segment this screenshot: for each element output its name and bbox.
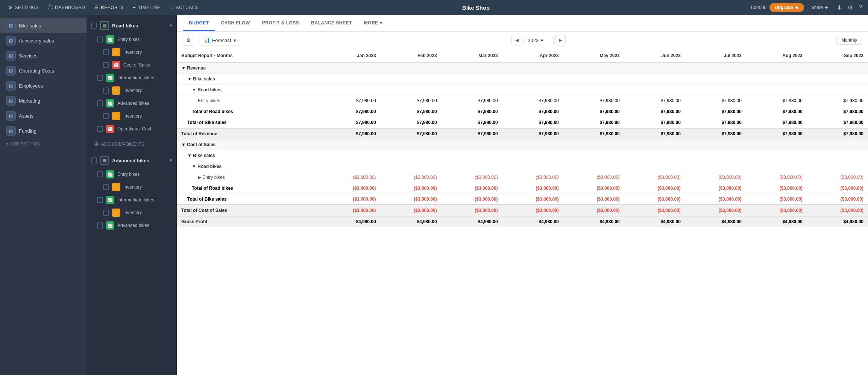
upgrade-button[interactable]: Upgrade ★ bbox=[769, 3, 804, 12]
middle-item-entry-bikes-2[interactable]: 📈 Entry bikes bbox=[86, 168, 176, 181]
sidebar-item-employees[interactable]: ▤ Employees bbox=[0, 78, 86, 93]
table-cell-value bbox=[381, 150, 442, 161]
table-cell-value: $4,980.00 bbox=[320, 216, 381, 227]
table-row: Total of Road bikes($3,000.00)($3,000.00… bbox=[177, 183, 868, 194]
help-button[interactable]: ? bbox=[857, 3, 863, 12]
table-cell-value: ($3,000.00) bbox=[746, 205, 807, 216]
table-cell-value: $7,980.00 bbox=[807, 117, 868, 129]
middle-item-inventory-2[interactable]: ⚙ Inventory bbox=[86, 84, 176, 97]
middle-item-operational-cost[interactable]: 📉 Operational Cost bbox=[86, 122, 176, 135]
table-row: Total of Revenue$7,980.00$7,980.00$7,980… bbox=[177, 128, 868, 139]
table-cell-value bbox=[685, 150, 746, 161]
table-cell-value bbox=[746, 85, 807, 95]
inventory-1-checkbox[interactable] bbox=[103, 49, 109, 55]
table-cell-label: ▼ Cost of Sales bbox=[177, 139, 320, 150]
intermediate-bikes-checkbox[interactable] bbox=[97, 75, 103, 81]
entry-bikes-1-icon: 📈 bbox=[106, 35, 114, 44]
tab-profit-loss[interactable]: PROFIT & LOSS bbox=[256, 16, 305, 31]
table-row: ▼ Revenue bbox=[177, 62, 868, 74]
middle-item-intermediate-bikes[interactable]: 📈 Intermediate bikes bbox=[86, 71, 176, 84]
toolbar-settings-button[interactable]: ⚙ bbox=[183, 35, 194, 46]
middle-item-intermediate-bikes-2[interactable]: 📈 Intermediate bikes bbox=[86, 194, 176, 206]
middle-item-inventory-5[interactable]: ⚙ Inventory bbox=[86, 206, 176, 219]
sidebar-item-services[interactable]: ▤ Services bbox=[0, 48, 86, 63]
table-cell-value bbox=[746, 74, 807, 85]
sidebar-item-operating-costs[interactable]: ▤ Operating Costs bbox=[0, 63, 86, 78]
table-cell-value: ($3,000.00) bbox=[381, 183, 442, 194]
period-button[interactable]: Monthly bbox=[836, 36, 862, 45]
operational-cost-checkbox[interactable] bbox=[97, 126, 103, 132]
nav-item-actuals[interactable]: ☐ ACTUALS bbox=[165, 3, 202, 12]
inventory-2-checkbox[interactable] bbox=[103, 88, 109, 94]
forecast-dropdown[interactable]: 📊 Forecast ▾ bbox=[199, 35, 241, 45]
section-road-bikes: ▤ Road bikes ▾ bbox=[86, 18, 176, 33]
nav-item-timeline[interactable]: ━ TIMELINE bbox=[129, 3, 164, 12]
inventory-3-checkbox[interactable] bbox=[103, 113, 109, 119]
col-header-feb: Feb 2023 bbox=[381, 49, 442, 62]
budget-table: Budget Report - Months Jan 2023 Feb 2023… bbox=[177, 49, 868, 227]
share-button[interactable]: Share ✚ bbox=[807, 3, 832, 12]
year-prev-button[interactable]: ◀ bbox=[511, 35, 522, 45]
sidebar-item-bike-sales[interactable]: ▤ Bike sales bbox=[0, 18, 86, 33]
table-cell-value bbox=[624, 161, 685, 172]
middle-item-inventory-3[interactable]: ⚙ Inventory bbox=[86, 110, 176, 122]
table-cell-value: $7,980.00 bbox=[442, 106, 502, 117]
table-cell-value bbox=[746, 62, 807, 74]
table-cell-value bbox=[807, 139, 868, 150]
table-cell-label: ▼ Bike sales bbox=[177, 150, 320, 161]
middle-item-advanced-bikes-2[interactable]: 📈 Advanced bikes bbox=[86, 219, 176, 232]
col-header-label: Budget Report - Months bbox=[177, 49, 320, 62]
inventory-1-icon: ⚙ bbox=[112, 48, 120, 56]
cost-of-sales-1-checkbox[interactable] bbox=[103, 62, 109, 68]
road-bikes-section-icon: ▤ bbox=[100, 21, 109, 30]
road-bikes-checkbox[interactable] bbox=[91, 23, 97, 29]
add-section-button[interactable]: + ADD SECTION bbox=[0, 138, 86, 150]
table-cell-value: ($3,000.00) bbox=[807, 172, 868, 183]
sidebar-label-accessory-sales: Accessory sales bbox=[19, 38, 54, 44]
entry-bikes-2-checkbox[interactable] bbox=[97, 171, 103, 177]
nav-item-dashboard[interactable]: ⛶ DASHBOARD bbox=[44, 3, 89, 12]
table-row: Total of Road bikes$7,980.00$7,980.00$7,… bbox=[177, 106, 868, 117]
advanced-bikes-1-checkbox[interactable] bbox=[97, 100, 103, 106]
middle-item-inventory-1[interactable]: ⚙ Inventory bbox=[86, 46, 176, 59]
year-next-button[interactable]: ▶ bbox=[555, 35, 566, 45]
table-cell-value bbox=[502, 161, 563, 172]
sidebar-item-marketing[interactable]: ▤ Marketing bbox=[0, 93, 86, 108]
table-cell-value: ($3,000.00) bbox=[320, 194, 381, 205]
sidebar-item-assets[interactable]: ▤ Assets bbox=[0, 108, 86, 123]
download-button[interactable]: ⬇ bbox=[835, 3, 843, 13]
road-bikes-chevron[interactable]: ▾ bbox=[170, 23, 172, 28]
tab-cash-flow[interactable]: CASH FLOW bbox=[215, 16, 256, 31]
inventory-4-checkbox[interactable] bbox=[103, 184, 109, 190]
tab-budget[interactable]: BUDGET bbox=[183, 16, 215, 31]
table-cell-value: $7,980.00 bbox=[502, 128, 563, 139]
advanced-bikes-chevron[interactable]: ▾ bbox=[170, 158, 172, 163]
tab-more[interactable]: MORE ▾ bbox=[358, 16, 388, 31]
add-components-button-1[interactable]: ⊕ ADD COMPONENTS bbox=[91, 138, 147, 150]
table-cell-label: ▼ Road bikes bbox=[177, 161, 320, 172]
advanced-bikes-checkbox[interactable] bbox=[91, 157, 97, 163]
middle-item-cost-of-sales-1[interactable]: 📉 Cost of Sales bbox=[86, 59, 176, 71]
sidebar-item-funding[interactable]: ▤ Funding bbox=[0, 123, 86, 138]
forecast-chevron-icon: ▾ bbox=[234, 38, 236, 43]
sidebar-item-accessory-sales[interactable]: ▤ Accessory sales bbox=[0, 33, 86, 48]
year-navigation: ◀ 2023 ▾ ▶ bbox=[511, 35, 566, 45]
table-cell-value: ($3,000.00) bbox=[502, 172, 563, 183]
middle-item-entry-bikes-1[interactable]: 📈 Entry bikes bbox=[86, 33, 176, 46]
entry-bikes-1-checkbox[interactable] bbox=[97, 36, 103, 42]
history-button[interactable]: ↺ bbox=[846, 3, 854, 13]
usage-badge: 108/500 bbox=[750, 5, 766, 10]
year-dropdown[interactable]: 2023 ▾ bbox=[524, 36, 554, 45]
nav-item-reports[interactable]: ☰ REPORTS bbox=[91, 3, 128, 12]
intermediate-bikes-2-checkbox[interactable] bbox=[97, 197, 103, 203]
tab-balance-sheet[interactable]: BALANCE SHEET bbox=[305, 16, 358, 31]
middle-item-advanced-bikes-1[interactable]: 📈 Advanced bikes bbox=[86, 97, 176, 110]
table-cell-value bbox=[807, 85, 868, 95]
toolbar: ⚙ 📊 Forecast ▾ ◀ 2023 ▾ ▶ Monthly bbox=[177, 32, 868, 49]
nav-item-settings[interactable]: ⚙ SETTINGS bbox=[5, 3, 43, 12]
inventory-5-checkbox[interactable] bbox=[103, 210, 109, 216]
table-cell-value: $7,980.00 bbox=[685, 106, 746, 117]
table-cell-value bbox=[624, 85, 685, 95]
advanced-bikes-2-checkbox[interactable] bbox=[97, 222, 103, 228]
middle-item-inventory-4[interactable]: ⚙ Inventory bbox=[86, 181, 176, 194]
